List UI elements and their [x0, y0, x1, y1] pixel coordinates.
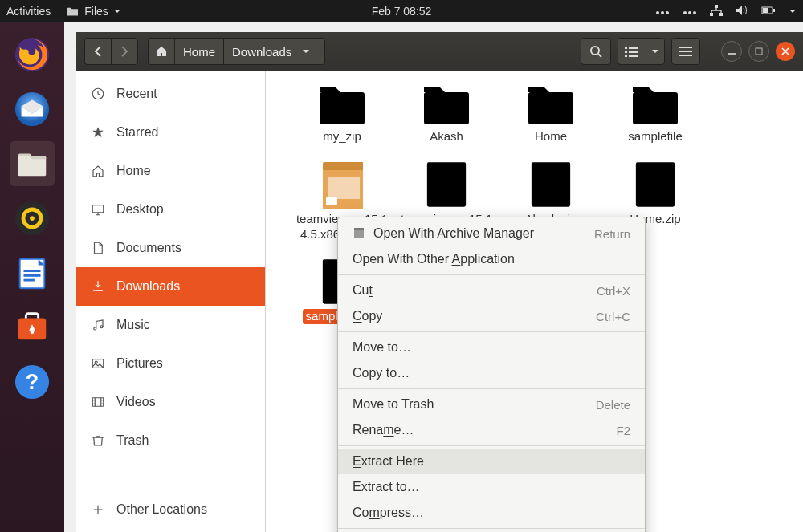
- context-menu-item[interactable]: Rename…F2: [338, 417, 645, 443]
- battery-icon[interactable]: [761, 5, 776, 18]
- sidebar-item-downloads[interactable]: Downloads: [76, 267, 265, 306]
- svg-rect-48: [328, 177, 360, 199]
- svg-rect-40: [92, 205, 104, 213]
- clock[interactable]: Feb 7 08:52: [372, 5, 432, 18]
- svg-point-1: [661, 11, 664, 14]
- archive-app-icon: [353, 227, 365, 240]
- svg-rect-51: [354, 228, 364, 230]
- context-menu-item-label: Extract Here: [353, 454, 424, 469]
- svg-rect-33: [629, 55, 638, 57]
- sidebar-item-pictures[interactable]: Pictures: [76, 344, 265, 383]
- window-maximize-button[interactable]: [748, 41, 769, 62]
- context-menu-item[interactable]: Extract to…: [338, 474, 645, 500]
- path-segment-home[interactable]: Home: [174, 38, 223, 65]
- context-menu-separator: [338, 528, 645, 529]
- context-menu-item-label: Copy: [353, 309, 382, 323]
- file-item[interactable]: Home: [499, 78, 603, 156]
- file-item[interactable]: Akash: [394, 78, 499, 156]
- sidebar-item-home[interactable]: Home: [76, 152, 265, 190]
- context-menu-item-label: Compress…: [353, 506, 424, 520]
- context-menu-item[interactable]: Compress…: [338, 500, 645, 526]
- sidebar-item-recent[interactable]: Recent: [76, 75, 265, 113]
- file-item[interactable]: samplefile: [603, 78, 707, 156]
- context-menu-shortcut: Delete: [596, 398, 630, 412]
- view-dropdown-button[interactable]: [646, 38, 665, 65]
- search-button[interactable]: [581, 38, 611, 65]
- svg-rect-10: [773, 9, 775, 12]
- svg-rect-29: [625, 51, 627, 53]
- context-menu-item-label: Open With Other Application: [353, 252, 515, 266]
- hamburger-menu-button[interactable]: [671, 38, 700, 65]
- path-home-icon[interactable]: [148, 38, 174, 65]
- file-label: Akash: [426, 129, 467, 144]
- svg-rect-8: [719, 13, 723, 16]
- nav-back-button[interactable]: [84, 38, 111, 65]
- window-close-button[interactable]: [776, 42, 795, 61]
- sidebar-item-label: Other Locations: [116, 502, 207, 517]
- tray-dots-icon[interactable]: [655, 5, 670, 18]
- sidebar-item-label: Videos: [116, 395, 156, 409]
- app-menu[interactable]: Files: [65, 5, 121, 18]
- network-icon[interactable]: [710, 5, 723, 18]
- sidebar-item-desktop[interactable]: Desktop: [76, 190, 265, 229]
- dock-help[interactable]: ?: [10, 359, 55, 404]
- context-menu-item[interactable]: Open With Archive ManagerReturn: [338, 221, 645, 246]
- context-menu-item-label: Open With Archive Manager: [373, 226, 534, 241]
- activities-button[interactable]: Activities: [6, 5, 51, 18]
- dock-files[interactable]: [10, 141, 55, 186]
- svg-point-24: [31, 330, 35, 334]
- svg-point-18: [30, 216, 35, 221]
- path-bar: Home Downloads: [148, 38, 325, 65]
- tray-dots-2-icon[interactable]: [683, 5, 697, 18]
- sidebar-item-label: Music: [116, 318, 150, 332]
- context-menu-separator: [338, 388, 645, 389]
- file-item[interactable]: my_zip: [290, 78, 394, 156]
- context-menu-item[interactable]: CopyCtrl+C: [338, 303, 645, 329]
- context-menu-item[interactable]: Move to…: [338, 335, 645, 360]
- sidebar-item-videos[interactable]: Videos: [76, 383, 265, 421]
- context-menu-item[interactable]: CutCtrl+X: [338, 278, 645, 303]
- sidebar-item-starred[interactable]: Starred: [76, 113, 265, 152]
- svg-rect-7: [710, 13, 713, 16]
- dock-thunderbird[interactable]: [10, 87, 55, 132]
- headerbar: Home Downloads: [76, 32, 803, 71]
- system-menu-chevron-icon[interactable]: [789, 5, 797, 18]
- app-menu-label: Files: [84, 5, 108, 18]
- dock-firefox[interactable]: [10, 32, 55, 77]
- sidebar-item-music[interactable]: Music: [76, 306, 265, 344]
- context-menu-separator: [338, 274, 645, 275]
- dock-software[interactable]: [10, 305, 55, 350]
- dock-libreoffice[interactable]: [10, 250, 55, 295]
- sidebar-item-label: Trash: [116, 433, 149, 448]
- file-label: samplefile: [625, 129, 686, 144]
- sidebar-item-documents[interactable]: Documents: [76, 229, 265, 267]
- top-panel: Activities Files Feb 7 08:52: [0, 0, 803, 22]
- svg-rect-6: [715, 5, 718, 8]
- dock-rhythmbox[interactable]: [10, 196, 55, 241]
- context-menu-item[interactable]: Open With Other Application: [338, 246, 645, 272]
- svg-rect-21: [23, 274, 40, 277]
- context-menu-item[interactable]: Move to TrashDelete: [338, 392, 645, 417]
- sidebar-item-label: Documents: [116, 241, 181, 255]
- window-minimize-button[interactable]: [721, 41, 742, 62]
- context-menu-item-label: Move to Trash: [353, 397, 434, 412]
- file-label: my_zip: [320, 129, 365, 144]
- svg-rect-28: [625, 47, 627, 49]
- svg-rect-36: [679, 55, 692, 56]
- context-menu-item-label: Rename…: [353, 423, 414, 437]
- svg-rect-11: [763, 8, 768, 13]
- sidebar-item-trash[interactable]: Trash: [76, 421, 265, 460]
- context-menu-item[interactable]: Copy to…: [338, 360, 645, 386]
- svg-rect-45: [92, 398, 104, 407]
- dock: ?: [0, 22, 64, 532]
- context-menu-item[interactable]: Extract Here: [338, 449, 645, 474]
- volume-icon[interactable]: [736, 5, 748, 18]
- view-list-button[interactable]: [618, 38, 646, 65]
- path-segment-current[interactable]: Downloads: [223, 38, 325, 65]
- sidebar-item-label: Desktop: [116, 202, 164, 217]
- sidebar-item-label: Pictures: [116, 356, 163, 371]
- sidebar-item-other-locations[interactable]: Other Locations: [76, 490, 265, 529]
- svg-point-5: [693, 11, 696, 14]
- nav-forward-button[interactable]: [111, 38, 138, 65]
- svg-rect-49: [326, 197, 337, 205]
